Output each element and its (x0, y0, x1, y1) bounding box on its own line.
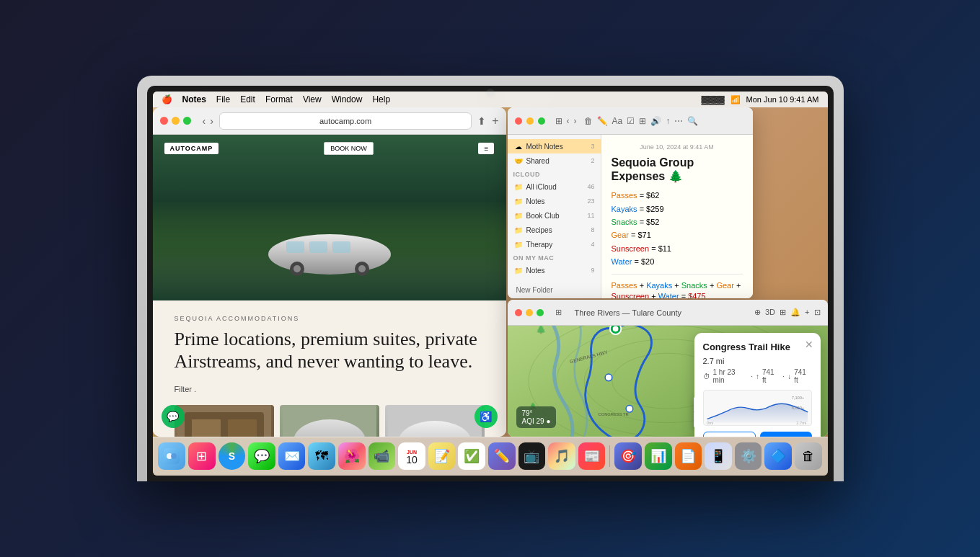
notes-search-icon[interactable]: 🔍 (687, 116, 698, 126)
safari-maximize-btn[interactable] (183, 117, 191, 125)
menu-edit[interactable]: Edit (240, 94, 255, 104)
maps-location: Three Rivers — Tulare County (575, 308, 682, 317)
notes-checklist-icon[interactable]: ☑ (627, 116, 635, 126)
elev-down-icon: ↓ (787, 373, 791, 380)
menu-toggle[interactable]: ≡ (478, 143, 494, 154)
notes-item-shared[interactable]: 🤝 Shared 2 (508, 153, 601, 168)
new-tab-icon[interactable]: + (492, 115, 498, 128)
hike-card-close-btn[interactable]: ✕ (805, 339, 813, 350)
notes-close-btn[interactable] (515, 117, 522, 125)
maps-maximize-btn[interactable] (537, 309, 544, 316)
dock-settings[interactable]: ⚙️ (735, 442, 762, 470)
dock-reminders[interactable]: ✅ (458, 442, 485, 470)
share-icon[interactable]: ⬆ (477, 115, 486, 127)
safari-close-btn[interactable] (160, 117, 168, 125)
notes-back-icon[interactable]: ‹ (567, 116, 570, 126)
accessibility-button[interactable]: ♿ (474, 405, 498, 428)
maps-tool-2[interactable]: 3D (765, 308, 775, 317)
dock-separator (609, 445, 610, 467)
notes-format-icon[interactable]: Aa (612, 116, 623, 126)
dock-messages[interactable]: 💬 (248, 442, 275, 470)
svg-rect-3 (332, 241, 350, 253)
dock-mail[interactable]: ✉️ (278, 442, 306, 470)
notes-forward-icon[interactable]: › (574, 116, 577, 126)
dock-music[interactable]: 🎵 (548, 442, 575, 470)
safari-address-bar[interactable]: autocamp.com (219, 112, 472, 130)
expense-snacks: Snacks = $52 (612, 217, 743, 228)
dock-numbers[interactable]: 📊 (645, 442, 672, 470)
maps-minimize-btn[interactable] (526, 309, 533, 316)
dock-news[interactable]: 📰 (578, 442, 606, 470)
dock-finder[interactable] (158, 442, 185, 470)
notes-share-icon[interactable]: ↑ (666, 116, 670, 126)
notes-date: June 10, 2024 at 9:41 AM (612, 143, 743, 151)
dock-safari[interactable]: S (218, 442, 246, 470)
notes-maximize-btn[interactable] (538, 117, 545, 125)
notes-item-all-icloud[interactable]: 📁 All iCloud 46 (508, 179, 601, 194)
notes-item-moth-notes[interactable]: ☁ Moth Notes 3 (508, 139, 601, 153)
on-my-mac-header: On My Mac (508, 251, 601, 263)
notes-table-icon[interactable]: ⊞ (639, 116, 646, 126)
dock-maps[interactable]: 🗺 (308, 442, 335, 470)
dock-iphone-mirror[interactable]: 📱 (705, 442, 732, 470)
dock-notes[interactable]: 📝 (428, 442, 456, 470)
dock-app-store[interactable]: 🔷 (764, 442, 792, 470)
dock-launchpad[interactable]: ⊞ (188, 442, 216, 470)
safari-window: ‹ › autocamp.com ⬆ + AUTOCAMP (153, 107, 506, 436)
dock-pages[interactable]: 📄 (675, 442, 702, 470)
notes-more-icon[interactable]: ⋯ (674, 116, 683, 126)
therapy-label: Therapy (526, 241, 588, 249)
dock-appletv[interactable]: 📺 (518, 442, 546, 470)
menu-view[interactable]: View (303, 94, 322, 104)
autocamp-book-button[interactable]: BOOK NOW (324, 142, 374, 155)
map-area[interactable]: GENERALS HWY CONGRESS TR 🌲 🌲 🌲 79° AQ (508, 326, 828, 436)
menu-notes[interactable]: Notes (182, 94, 206, 104)
safari-traffic-lights (160, 117, 191, 125)
gallery-thumb-2 (280, 405, 379, 437)
new-folder-button[interactable]: New Folder (512, 285, 557, 295)
svg-point-0 (268, 234, 391, 275)
dock-photos[interactable]: 🌺 (338, 442, 366, 470)
notes-compose-icon[interactable]: ✏️ (597, 116, 608, 126)
back-icon[interactable]: ‹ (203, 115, 206, 127)
notes-item-book-club[interactable]: 📁 Book Club 11 (508, 208, 601, 223)
dock-keynote[interactable]: 🎯 (614, 442, 642, 470)
menu-file[interactable]: File (216, 94, 230, 104)
map-terrain: GENERALS HWY CONGRESS TR 🌲 🌲 🌲 79° AQ (508, 326, 828, 436)
maps-close-btn[interactable] (515, 309, 522, 316)
maps-tool-1[interactable]: ⊕ (754, 308, 761, 317)
notes-item-recipes[interactable]: 📁 Recipes 8 (508, 223, 601, 237)
maps-tool-4[interactable]: 🔔 (790, 308, 800, 317)
notes-item-on-my-mac[interactable]: 📁 Notes 9 (508, 263, 601, 277)
apple-menu[interactable]: 🍎 (162, 94, 172, 104)
dock-trash[interactable]: 🗑 (795, 442, 822, 470)
notes-sidebar-toggle[interactable]: ⊞ (555, 116, 562, 126)
screen-bezel: 🍎 Notes File Edit Format View Window Hel… (147, 86, 834, 481)
recipes-icon: 📁 (513, 225, 524, 235)
filter-bar[interactable]: Filter . (175, 385, 485, 393)
maps-tool-5[interactable]: + (805, 308, 809, 317)
chat-button[interactable]: 💬 (162, 405, 185, 428)
dock-calendar[interactable]: JUN 10 (398, 442, 425, 470)
notes-audio-icon[interactable]: 🔊 (650, 116, 661, 126)
menu-format[interactable]: Format (265, 94, 293, 104)
maps-tool-6[interactable]: ⊡ (814, 308, 821, 317)
gallery-thumb-1 (175, 405, 274, 437)
safari-minimize-btn[interactable] (172, 117, 180, 125)
forward-icon[interactable]: › (210, 115, 213, 127)
dock-facetime[interactable]: 📹 (368, 442, 396, 470)
all-icloud-count: 46 (587, 183, 594, 190)
notes-folder-count: 23 (587, 197, 594, 205)
menu-help[interactable]: Help (372, 94, 390, 104)
expense-sunscreen: Sunscreen = $11 (612, 244, 743, 254)
svg-text:2.7mi: 2.7mi (796, 421, 806, 425)
notes-item-notes[interactable]: 📁 Notes 23 (508, 194, 601, 208)
notes-item-therapy[interactable]: 📁 Therapy 4 (508, 237, 601, 251)
notes-minimize-btn[interactable] (526, 117, 534, 125)
dock-freeform[interactable]: ✏️ (488, 442, 516, 470)
maps-tool-3[interactable]: ⊞ (780, 308, 786, 317)
sep: · (751, 373, 753, 380)
autocamp-hero: AUTOCAMP BOOK NOW ≡ (153, 135, 506, 300)
notes-delete-icon[interactable]: 🗑 (584, 116, 593, 126)
menu-window[interactable]: Window (332, 94, 363, 104)
